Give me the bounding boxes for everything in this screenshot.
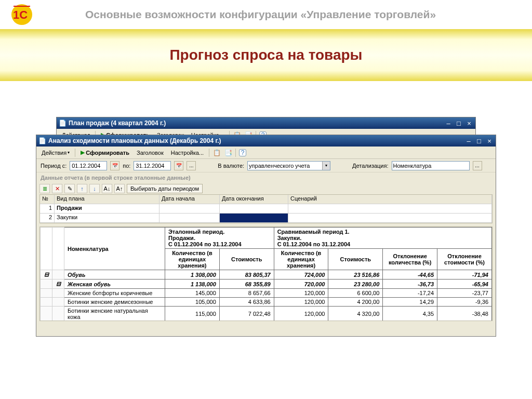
- cell-cost1: 7 022,48: [219, 307, 274, 322]
- table-row[interactable]: 2 Закупки: [40, 214, 492, 223]
- cell-qty2: 120,000: [274, 298, 328, 307]
- actions-menu[interactable]: Действия ▾: [39, 149, 72, 157]
- minimize-icon[interactable]: –: [464, 137, 473, 144]
- col-qty2: Количество (в единицах хранения): [274, 249, 328, 270]
- plan-grid: № Вид плана Дата начала Дата окончания С…: [39, 194, 493, 223]
- tree-toggle-icon: [41, 298, 52, 307]
- params-row: Период с: 📅 по: 📅 ... В валюте: управлен…: [36, 159, 496, 172]
- cell-name: Женские ботфорты коричневые: [64, 289, 165, 298]
- cell-cost2: 23 280,00: [328, 280, 383, 289]
- cell-devc: -71,94: [437, 270, 492, 280]
- edit-row-icon[interactable]: ✎: [64, 184, 75, 193]
- table-row[interactable]: Ботинки женские демисезонные105,0004 633…: [41, 298, 492, 307]
- cell-qty1: 1 308,000: [165, 270, 220, 280]
- cell-name: Обувь: [64, 270, 165, 280]
- period-select-button[interactable]: ...: [187, 161, 196, 170]
- front-window: 📄 Анализ сходимости плановых данных (Дек…: [36, 135, 496, 337]
- delete-row-icon[interactable]: ✕: [52, 184, 62, 193]
- cell-qty2: 120,000: [274, 307, 328, 322]
- maximize-icon[interactable]: □: [455, 119, 463, 127]
- document-icon: 📄: [38, 137, 46, 144]
- detail-select-button[interactable]: ...: [473, 161, 482, 170]
- move-up-icon[interactable]: ↑: [77, 184, 87, 193]
- col-cost2: Стоимость: [328, 249, 383, 270]
- report-area[interactable]: Номенклатура Эталонный период. Продажи. …: [39, 227, 493, 321]
- cell-name: Ботинки женские натуральная кожа: [64, 307, 165, 322]
- front-toolbar: Действия ▾ ▶ Сформировать Заголовок Наст…: [36, 147, 496, 159]
- close-icon[interactable]: ×: [485, 137, 494, 144]
- cell-devq: 14,29: [383, 298, 437, 307]
- col-start: Дата начала: [159, 195, 220, 204]
- help-icon[interactable]: ?: [239, 149, 246, 156]
- cell-qty1: 145,000: [165, 289, 220, 298]
- svg-text:1С: 1С: [13, 8, 28, 21]
- settings-button[interactable]: Настройка...: [169, 149, 206, 157]
- cell-cost2: 4 320,00: [328, 307, 383, 322]
- document-icon: 📄: [59, 119, 66, 127]
- restore-icon[interactable]: 📑: [224, 149, 232, 157]
- detail-label: Детализация:: [352, 163, 388, 169]
- table-row[interactable]: ⊟Женская обувь1 138,00068 355,89720,0002…: [41, 280, 492, 289]
- cell-devq: -17,24: [383, 289, 437, 298]
- period-from-label: Период с:: [41, 163, 66, 169]
- cell-cost2: 4 200,00: [328, 298, 383, 307]
- detail-value: Номенклатура: [393, 163, 432, 169]
- table-icon[interactable]: 📋: [212, 149, 221, 157]
- header-button[interactable]: Заголовок: [135, 149, 166, 157]
- calendar-icon[interactable]: 📅: [174, 161, 183, 170]
- slide-header: 1С Основные возможности конфигурации «Уп…: [0, 0, 532, 29]
- cell-cost1: 68 355,89: [219, 280, 274, 289]
- report-table: Номенклатура Эталонный период. Продажи. …: [40, 227, 492, 321]
- minimize-icon[interactable]: –: [444, 119, 453, 127]
- cell-cost2: 23 516,86: [328, 270, 383, 280]
- cell-qty2: 720,000: [274, 280, 328, 289]
- slide-subtitle: Основные возможности конфигурации «Управ…: [85, 8, 436, 21]
- title-band: Прогноз спроса на товары: [0, 29, 532, 81]
- sort-asc-icon[interactable]: A↓: [102, 184, 112, 193]
- sort-desc-icon[interactable]: A↑: [114, 184, 125, 193]
- slide-title: Прогноз спроса на товары: [169, 47, 362, 63]
- close-icon[interactable]: ×: [465, 119, 473, 127]
- detail-combo[interactable]: Номенклатура: [392, 161, 470, 170]
- col-cost1: Стоимость: [219, 249, 274, 270]
- tree-toggle-icon[interactable]: ⊟: [52, 280, 64, 289]
- selected-cell[interactable]: [220, 214, 288, 223]
- col-dev-cost: Отклонение стоимости (%): [437, 249, 492, 270]
- col-nomenclature: Номенклатура: [64, 228, 165, 270]
- cell-cost1: 83 805,37: [219, 270, 274, 280]
- cell-qty1: 115,000: [165, 307, 220, 322]
- period-from-input[interactable]: [70, 161, 107, 170]
- period-to-input[interactable]: [134, 161, 171, 170]
- tree-toggle-icon[interactable]: ⊟: [41, 270, 52, 280]
- col-scenario: Сценарий: [288, 195, 492, 204]
- move-down-icon[interactable]: ↓: [89, 184, 100, 193]
- tree-toggle-icon: [41, 307, 52, 322]
- cell-devc: -9,36: [437, 298, 492, 307]
- form-button[interactable]: ▶ Сформировать: [78, 148, 131, 157]
- table-row[interactable]: Женские ботфорты коричневые145,0008 657,…: [41, 289, 492, 298]
- cell-devq: -44,65: [383, 270, 437, 280]
- chevron-down-icon[interactable]: ▾: [322, 162, 330, 170]
- table-row[interactable]: Ботинки женские натуральная кожа115,0007…: [41, 307, 492, 322]
- front-titlebar: 📄 Анализ сходимости плановых данных (Дек…: [36, 135, 496, 147]
- maximize-icon[interactable]: □: [475, 137, 483, 144]
- table-row[interactable]: ⊟Обувь1 308,00083 805,37724,00023 516,86…: [41, 270, 492, 280]
- cell-qty2: 724,000: [274, 270, 328, 280]
- col-type: Вид плана: [55, 195, 159, 204]
- back-window-title: План продаж (4 квартал 2004 г.): [69, 119, 444, 127]
- logo-1c-icon: 1С: [10, 3, 33, 26]
- calendar-icon[interactable]: 📅: [110, 161, 119, 170]
- group-reference: Эталонный период. Продажи. С 01.12.2004 …: [165, 228, 274, 249]
- table-row[interactable]: 1 Продажи: [40, 204, 492, 214]
- cell-devq: -36,73: [383, 280, 437, 289]
- currency-combo[interactable]: управленческого учета ▾: [247, 161, 330, 170]
- period-toggle-button[interactable]: Выбирать даты периодом: [127, 184, 203, 193]
- tree-toggle-icon: [41, 280, 52, 289]
- cell-cost1: 4 633,86: [219, 298, 274, 307]
- front-window-title: Анализ сходимости плановых данных (Декаб…: [48, 137, 464, 144]
- col-qty1: Количество (в единицах хранения): [165, 249, 220, 270]
- cell-name: Ботинки женские демисезонные: [64, 298, 165, 307]
- cell-devc: -38,48: [437, 307, 492, 322]
- section-label: Данные отчета (в первой строке эталонные…: [36, 172, 496, 183]
- add-row-icon[interactable]: ≣: [39, 184, 50, 193]
